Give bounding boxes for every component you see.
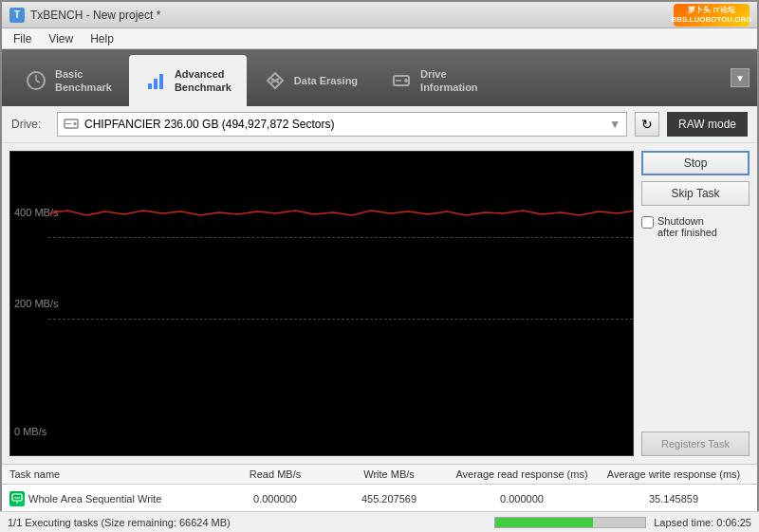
status-bar: 1/1 Executing tasks (Size remaining: 666… [0, 511, 759, 532]
task-cell: Whole Area Sequential Write [9, 491, 218, 506]
task-write-icon [9, 491, 25, 506]
app-icon: T [9, 8, 25, 23]
menu-file[interactable]: File [6, 30, 39, 47]
logo-area: 萝卜头 IT论坛 BBS.LUOBOTOU.ORG [674, 4, 750, 27]
svg-rect-3 [148, 83, 152, 89]
progress-bar-fill [495, 518, 593, 527]
svg-line-2 [36, 81, 40, 83]
drive-selector[interactable]: CHIPFANCIER 236.00 GB (494,927,872 Secto… [57, 112, 627, 137]
write-value: 455.207569 [332, 493, 446, 504]
menu-bar: File View Help [2, 28, 757, 49]
title-left: T TxBENCH - New project * [9, 8, 160, 23]
tab-basic-label: BasicBenchmark [55, 67, 112, 95]
skip-task-button[interactable]: Skip Task [641, 181, 750, 206]
content-area: 400 MB/s 200 MB/s 0 MB/s Stop Skip Task … [2, 143, 757, 464]
drive-label: Drive: [11, 118, 49, 131]
performance-chart [48, 152, 633, 455]
action-panel: Stop Skip Task Shutdownafter finished Re… [634, 143, 757, 464]
register-task-button[interactable]: Registers Task [641, 431, 750, 456]
tab-dropdown: ▼ [731, 55, 750, 106]
benchmark-graph: 400 MB/s 200 MB/s 0 MB/s [9, 151, 634, 456]
col-header-avgwrite: Average write response (ms) [598, 468, 750, 480]
tab-drive[interactable]: DriveInformation [375, 55, 493, 106]
col-header-write: Write MB/s [332, 468, 446, 480]
site-logo: 萝卜头 IT论坛 BBS.LUOBOTOU.ORG [674, 4, 750, 27]
table-header: Task name Read MB/s Write MB/s Average r… [2, 465, 757, 485]
y-label-0: 0 MB/s [14, 426, 46, 437]
svg-point-13 [74, 122, 77, 125]
col-header-read: Read MB/s [218, 468, 332, 480]
menu-help[interactable]: Help [83, 30, 121, 47]
table-body: Whole Area Sequential Write 0.000000 455… [2, 485, 757, 513]
chart-icon [144, 69, 167, 92]
elapsed-time: Lapsed time: 0:06:25 [654, 517, 751, 528]
col-header-task: Task name [9, 468, 218, 480]
erase-icon [264, 69, 287, 92]
col-header-avgread: Average read response (ms) [446, 468, 598, 480]
tab-bar: BasicBenchmark AdvancedBenchmark Data Er… [2, 49, 757, 106]
title-text: TxBENCH - New project * [30, 9, 160, 22]
results-table: Task name Read MB/s Write MB/s Average r… [2, 464, 757, 513]
drive-row: Drive: CHIPFANCIER 236.00 GB (494,927,87… [2, 106, 757, 143]
clock-icon [25, 69, 47, 92]
task-name: Whole Area Sequential Write [28, 493, 161, 504]
tab-dropdown-button[interactable]: ▼ [731, 68, 750, 87]
shutdown-checkbox[interactable] [641, 216, 654, 229]
drive-value: CHIPFANCIER 236.00 GB (494,927,872 Secto… [84, 118, 334, 131]
avg-read-value: 0.000000 [446, 493, 598, 504]
avg-write-value: 35.145859 [598, 493, 750, 504]
drive-icon [390, 69, 413, 92]
stop-button[interactable]: Stop [641, 151, 750, 175]
status-text: 1/1 Executing tasks (Size remaining: 666… [8, 517, 487, 528]
raw-mode-button[interactable]: RAW mode [667, 112, 748, 137]
drive-hdd-icon [64, 118, 79, 131]
main-content: Drive: CHIPFANCIER 236.00 GB (494,927,87… [2, 106, 757, 513]
svg-rect-5 [159, 74, 163, 89]
shutdown-checkbox-container: Shutdownafter finished [641, 215, 750, 238]
menu-view[interactable]: View [41, 30, 81, 47]
title-bar: T TxBENCH - New project * 萝卜头 IT论坛 BBS.L… [2, 2, 757, 28]
drive-refresh-button[interactable]: ↻ [635, 112, 659, 137]
tab-advanced[interactable]: AdvancedBenchmark [129, 55, 247, 106]
svg-point-10 [404, 79, 408, 83]
tab-advanced-label: AdvancedBenchmark [175, 67, 231, 95]
tab-erasing-label: Data Erasing [294, 74, 358, 87]
table-row: Whole Area Sequential Write 0.000000 455… [9, 488, 750, 509]
read-value: 0.000000 [218, 493, 332, 504]
tab-basic[interactable]: BasicBenchmark [9, 55, 127, 106]
tab-erasing[interactable]: Data Erasing [249, 55, 373, 106]
tab-drive-label: DriveInformation [420, 67, 478, 95]
svg-rect-4 [154, 79, 157, 89]
shutdown-label: Shutdownafter finished [657, 215, 717, 238]
progress-bar-container [494, 517, 646, 528]
